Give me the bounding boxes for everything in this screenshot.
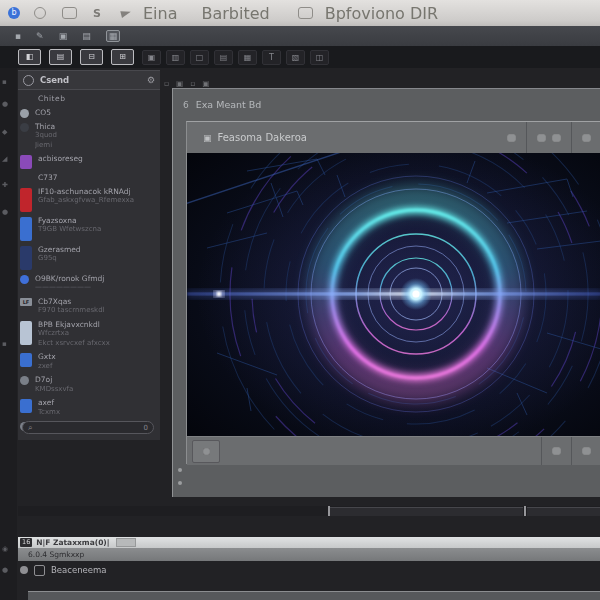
rail-icon[interactable]: ● [2, 100, 8, 108]
strip-icon[interactable]: ✎ [36, 31, 44, 41]
search-box[interactable]: ⌕ 0 [22, 421, 154, 434]
s-glyph-icon[interactable]: S [93, 7, 101, 20]
list-item[interactable]: IF10-aschunacok kRNAdjGfab_askxgfvwa_Rfe… [18, 185, 160, 214]
item-thumbnail [20, 353, 32, 367]
search-input[interactable] [35, 422, 143, 433]
rail-icon[interactable]: ● [2, 208, 8, 216]
rail-icon[interactable]: ▪ [2, 340, 7, 348]
list-item[interactable]: O9BK/ronok Gfmdj———————— [18, 272, 160, 295]
strip-icon[interactable]: ▣ [59, 31, 68, 41]
list-item[interactable]: D7ojKMDssxvfa [18, 373, 160, 396]
item-label: 3quod [35, 131, 157, 141]
rail-icon[interactable]: ◉ [2, 545, 8, 553]
list-item[interactable]: CO5 [18, 106, 160, 120]
close-button[interactable] [572, 122, 600, 153]
item-thumbnail [20, 246, 32, 270]
mini-icon[interactable]: ▫ [164, 79, 169, 88]
rail-icon[interactable]: ◆ [2, 128, 7, 136]
list-item[interactable]: Chiteb [18, 92, 160, 106]
main-panel: 6 Exa Meant Bd ▣ Feasoma Dakeroa [172, 88, 600, 497]
item-label: Cb7Xqas [38, 297, 157, 307]
item-thumbnail [20, 376, 29, 385]
list-item[interactable]: FyazsoxnaT9GB Wfetwszcna [18, 214, 160, 243]
item-label: axef [38, 398, 157, 408]
app-logo-icon[interactable]: b [8, 7, 20, 19]
toolbar-button[interactable]: ▣ [142, 50, 161, 65]
cursor-icon[interactable] [120, 8, 131, 17]
item-thumbnail [20, 399, 32, 413]
record-icon[interactable] [20, 566, 28, 574]
footer-button-a[interactable] [542, 437, 571, 465]
toolbar-button[interactable]: ▤ [214, 50, 233, 65]
toolbar-button[interactable]: ⊞ [111, 49, 134, 65]
timeline-divider [524, 506, 526, 516]
panel-icon[interactable] [298, 7, 313, 19]
minimize-button[interactable] [497, 122, 526, 153]
footer-button-b[interactable] [572, 437, 600, 465]
toolbar-button[interactable]: ⊟ [80, 49, 103, 65]
menu-bar: b S Eina Barbited Bpfoviono DIR [0, 0, 600, 27]
list-item[interactable]: C737 [18, 171, 160, 185]
strip-icon[interactable]: ▤ [82, 31, 91, 41]
menu-item[interactable]: Bpfoviono DIR [325, 4, 438, 23]
footer-tool-button[interactable] [192, 440, 220, 463]
toolbar-button[interactable]: ▥ [166, 50, 185, 65]
item-label: O9BK/ronok Gfmdj [35, 274, 157, 284]
toolbar-button[interactable]: ▦ [238, 50, 257, 65]
list-item[interactable]: LFCb7XqasF970 tascrnmeskdl [18, 295, 160, 318]
mini-icon[interactable]: ▣ [176, 79, 183, 88]
toolbar-button[interactable]: ▧ [286, 50, 305, 65]
strip-icon[interactable]: ▦ [106, 30, 121, 42]
list-item[interactable]: acbisoreseg [18, 152, 160, 171]
timeline-divider [328, 506, 330, 516]
item-indent [20, 95, 32, 96]
item-thumbnail [20, 188, 32, 212]
tab-scene[interactable]: 6 Exa Meant Bd [183, 99, 261, 110]
tab-number: 6 [183, 100, 189, 110]
gear-icon[interactable]: ⚙ [147, 75, 155, 85]
item-label: Wfczrtxa [38, 329, 157, 339]
mini-icon[interactable]: ▫ [190, 79, 195, 88]
left-panel-list: ChitebCO5Thica3quodJiemiacbisoresegC737I… [18, 90, 160, 433]
strip-icon[interactable]: ▪ [15, 31, 21, 41]
toolbar-button[interactable]: □ [190, 50, 209, 65]
viewer-window: ▣ Feasoma Dakeroa [186, 121, 600, 464]
list-item[interactable]: BPB EkjavxcnkdlWfczrtxaEkct xsrvcxef afx… [18, 318, 160, 351]
menu-item[interactable]: Barbited [201, 4, 269, 23]
item-thumbnail [20, 321, 32, 345]
item-thumbnail [20, 109, 29, 118]
window-icon[interactable] [62, 7, 77, 19]
rail-icon[interactable]: ● [2, 566, 8, 574]
item-label: F970 tascrnmeskdl [38, 306, 157, 316]
viewer-header[interactable]: ▣ Feasoma Dakeroa [187, 122, 600, 153]
mini-icon[interactable]: ▣ [202, 79, 209, 88]
frame-icon[interactable] [34, 565, 45, 576]
list-item[interactable]: axefTcxmx [18, 396, 160, 419]
viewer-canvas[interactable] [187, 153, 600, 436]
circle-icon[interactable] [34, 7, 46, 19]
timeline-strip[interactable] [18, 506, 600, 516]
list-item[interactable]: Gxtxzxef [18, 350, 160, 373]
timeline-segment[interactable] [527, 507, 600, 516]
timeline-segment[interactable] [330, 507, 523, 516]
item-label: Chiteb [38, 94, 157, 104]
rail-icon[interactable]: ◢ [2, 155, 7, 163]
status-badge: 16 [20, 538, 32, 547]
item-label: D7oj [35, 375, 157, 385]
list-item[interactable]: GzerasmedG95q [18, 243, 160, 272]
toolbar-button[interactable]: T [262, 50, 281, 65]
toolbar-button[interactable]: ◧ [18, 49, 41, 65]
list-item[interactable]: Thica3quodJiemi [18, 120, 160, 153]
status-row: Beaceneema [18, 563, 600, 577]
restore-button[interactable] [527, 122, 571, 153]
menu-item[interactable]: Eina [143, 4, 178, 23]
item-label: C737 [38, 173, 157, 183]
item-label: zxef [38, 362, 157, 372]
panel-title: Csend [40, 75, 147, 85]
panel-option-dots[interactable] [178, 468, 182, 494]
rail-icon[interactable]: ✚ [2, 181, 8, 189]
toolbar-button[interactable]: ◫ [310, 50, 329, 65]
item-label: Fyazsoxna [38, 216, 157, 226]
rail-icon[interactable]: ▪ [2, 78, 7, 86]
toolbar-button[interactable]: ▤ [49, 49, 72, 65]
